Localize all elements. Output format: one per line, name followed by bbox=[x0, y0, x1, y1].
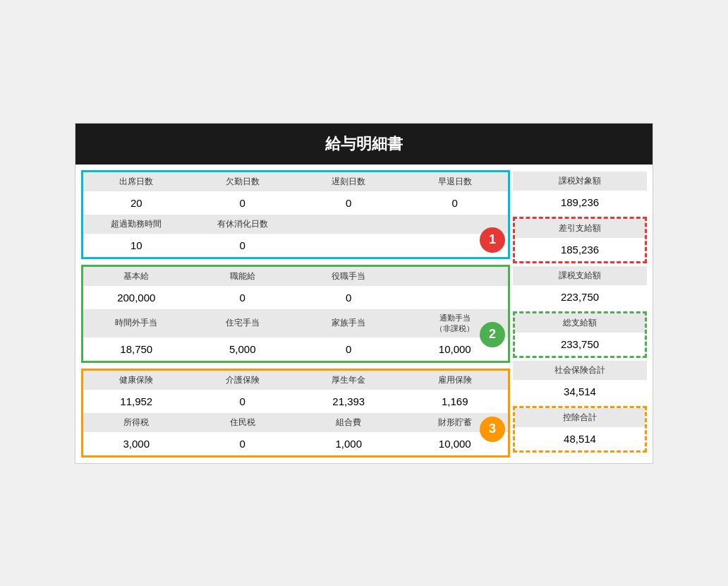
sal-v5: 18,750 bbox=[83, 337, 190, 361]
ded-h4: 雇用保険 bbox=[402, 371, 509, 390]
att-h5: 超過勤務時間 bbox=[83, 215, 190, 234]
salary-section: 基本給 職能給 役職手当 200,000 0 0 時間外手当 住宅手当 bbox=[81, 265, 510, 363]
payslip-container: 給与明細書 出席日数 欠勤日数 遅刻日数 早退日数 20 0 0 bbox=[75, 123, 653, 464]
ded-header-row2: 所得税 住民税 組合費 財形貯蓄 bbox=[83, 413, 508, 432]
ded-h3: 厚生年金 bbox=[296, 371, 402, 390]
sal-h3: 役職手当 bbox=[296, 267, 402, 286]
att-h7 bbox=[296, 215, 402, 234]
ded-h1: 健康保険 bbox=[83, 371, 190, 390]
attendance-value-row2: 10 0 bbox=[83, 234, 508, 257]
attendance-header-row: 出席日数 欠勤日数 遅刻日数 早退日数 bbox=[83, 172, 508, 191]
att-h1: 出席日数 bbox=[83, 172, 190, 191]
salary-value-row2: 18,750 5,000 0 10,000 bbox=[83, 337, 508, 361]
ded-value-row2: 3,000 0 1,000 10,000 bbox=[83, 432, 508, 455]
salary-header-row1: 基本給 職能給 役職手当 bbox=[83, 267, 508, 286]
att-v1: 20 bbox=[83, 191, 190, 215]
sal-v1: 200,000 bbox=[83, 286, 190, 309]
att-h3: 遅刻日数 bbox=[296, 172, 402, 191]
ded-v1: 11,952 bbox=[83, 390, 190, 413]
att-v2: 0 bbox=[190, 191, 296, 215]
summary-soshikyu: 2 総支給額 233,750 bbox=[513, 311, 647, 358]
sal-v7: 0 bbox=[296, 337, 402, 361]
att-h4: 早退日数 bbox=[402, 172, 509, 191]
ded-header-row1: 健康保険 介護保険 厚生年金 雇用保険 bbox=[83, 371, 508, 390]
left-section: 出席日数 欠勤日数 遅刻日数 早退日数 20 0 0 0 超過勤務時間 有休消化… bbox=[75, 165, 513, 463]
ded-h6: 住民税 bbox=[190, 413, 296, 432]
ded-v3: 21,393 bbox=[296, 390, 402, 413]
att-v3: 0 bbox=[296, 191, 402, 215]
salary-value-row1: 200,000 0 0 bbox=[83, 286, 508, 309]
summary-kouzei-shikyu: 課税支給額 223,750 bbox=[513, 266, 647, 309]
sal-v3: 0 bbox=[296, 286, 402, 309]
sal-h6: 住宅手当 bbox=[190, 309, 296, 337]
sal-h2: 職能給 bbox=[190, 267, 296, 286]
sal-h4 bbox=[402, 267, 509, 286]
att-h2: 欠勤日数 bbox=[190, 172, 296, 191]
ded-v2: 0 bbox=[190, 390, 296, 413]
sal-h5: 時間外手当 bbox=[83, 309, 190, 337]
ded-h2: 介護保険 bbox=[190, 371, 296, 390]
att-v6: 0 bbox=[190, 234, 296, 257]
ded-v4: 1,169 bbox=[402, 390, 509, 413]
summary-shakai-hoken: 社会保険合計 34,514 bbox=[513, 361, 647, 403]
sal-h7: 家族手当 bbox=[296, 309, 402, 337]
attendance-value-row1: 20 0 0 0 bbox=[83, 191, 508, 215]
sal-v6: 5,000 bbox=[190, 337, 296, 361]
summary-kouzei-taisho: 課税対象額 189,236 bbox=[513, 172, 647, 214]
payslip-title: 給与明細書 bbox=[75, 124, 653, 165]
badge-3: 3 bbox=[480, 417, 505, 442]
ded-v6: 0 bbox=[190, 432, 296, 455]
sal-h1: 基本給 bbox=[83, 267, 190, 286]
badge-1: 1 bbox=[480, 227, 505, 253]
summary-sashihiki: 1 差引支給額 185,236 bbox=[513, 217, 647, 263]
deduction-section: 健康保険 介護保険 厚生年金 雇用保険 11,952 0 21,393 1,16… bbox=[81, 369, 510, 458]
salary-header-row2: 時間外手当 住宅手当 家族手当 通勤手当 （非課税） bbox=[83, 309, 508, 337]
ded-v7: 1,000 bbox=[296, 432, 402, 455]
ded-h5: 所得税 bbox=[83, 413, 190, 432]
att-v5: 10 bbox=[83, 234, 190, 257]
att-v7 bbox=[296, 234, 402, 257]
right-section: 課税対象額 189,236 1 差引支給額 185,236 課税支給額 223,… bbox=[513, 170, 647, 458]
ded-value-row1: 11,952 0 21,393 1,169 bbox=[83, 390, 508, 413]
attendance-section: 出席日数 欠勤日数 遅刻日数 早退日数 20 0 0 0 超過勤務時間 有休消化… bbox=[81, 170, 510, 259]
ded-h7: 組合費 bbox=[296, 413, 402, 432]
sal-v2: 0 bbox=[190, 286, 296, 309]
badge-2: 2 bbox=[480, 322, 505, 347]
sal-v4 bbox=[402, 286, 509, 309]
attendance-header-row2: 超過勤務時間 有休消化日数 bbox=[83, 215, 508, 234]
att-v4: 0 bbox=[402, 191, 509, 215]
att-h6: 有休消化日数 bbox=[190, 215, 296, 234]
ded-v5: 3,000 bbox=[83, 432, 190, 455]
summary-kojo-gokei: 3 控除合計 48,514 bbox=[513, 406, 647, 453]
